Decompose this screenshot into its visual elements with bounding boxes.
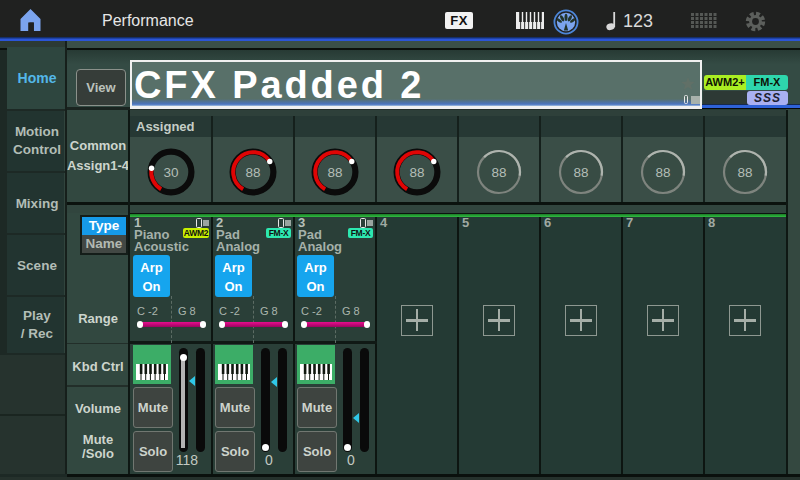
svg-text:88: 88 (655, 165, 670, 180)
svg-text:88: 88 (409, 165, 424, 180)
svg-text:88: 88 (327, 165, 342, 180)
svg-text:88: 88 (491, 165, 506, 180)
svg-text:30: 30 (163, 165, 178, 180)
svg-text:88: 88 (573, 165, 588, 180)
svg-text:88: 88 (737, 165, 752, 180)
svg-text:88: 88 (245, 165, 260, 180)
